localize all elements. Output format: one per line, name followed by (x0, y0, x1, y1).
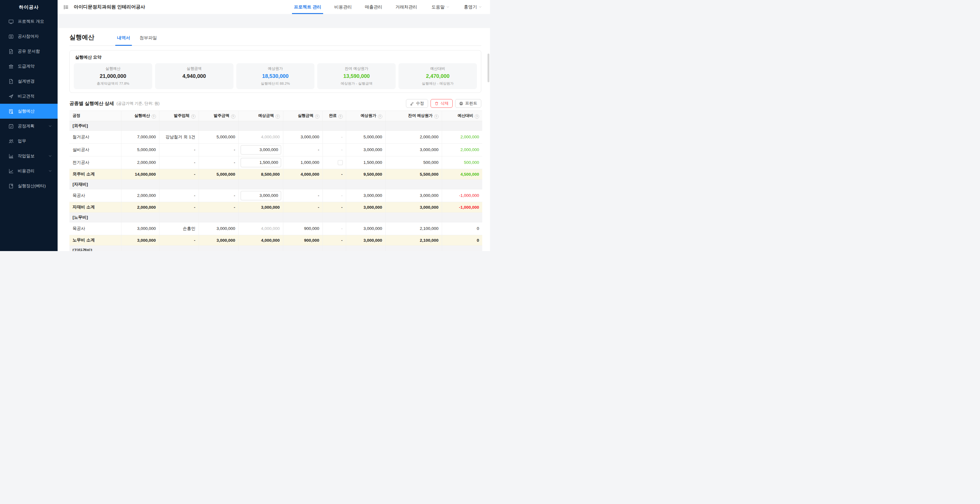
section-cell (385, 246, 442, 251)
section-cell (385, 121, 442, 131)
monitor-icon (8, 19, 14, 24)
summary-card-value: 4,940,000 (157, 73, 232, 80)
section-cell (346, 179, 385, 189)
sidebar-item-bar-chart[interactable]: 작업일보 (0, 148, 57, 164)
budget-table-head-row: 공정실행예산?발주업체?발주금액?예상금액?실행금액?완료?예상원가?잔여 예상… (69, 111, 482, 121)
tab[interactable]: 내역서 (112, 34, 135, 45)
cell: - (283, 189, 323, 202)
summary-card-sub: 실행예산의 88.2% (238, 81, 313, 86)
sidebar-item-budget-doc[interactable]: 실행예산 (0, 104, 57, 119)
section-cell (323, 121, 346, 131)
cell: 손흥민 (159, 222, 199, 235)
section-cell (239, 179, 283, 189)
top-nav-item[interactable]: 프로젝트 관리 (294, 0, 321, 14)
process-name: 노무비 소계 (69, 235, 121, 246)
help-menu[interactable]: 도움말 (431, 4, 450, 10)
user-name: 홍영기 (464, 4, 477, 10)
ledger-book-icon (8, 183, 14, 189)
complete-checkbox[interactable] (338, 160, 343, 165)
cell: 2,000,000 (121, 202, 159, 212)
cell: 4,000,000 (239, 131, 283, 143)
section-cell (442, 246, 482, 251)
sidebar-item-schedule-calendar[interactable]: 공정계획 (0, 119, 57, 134)
top-nav-item[interactable]: 거래처관리 (395, 0, 417, 14)
help-icon[interactable]: ? (152, 114, 156, 119)
cell: 5,000,000 (199, 169, 239, 179)
cell: - (159, 143, 199, 156)
user-menu[interactable]: 홍영기 (464, 4, 482, 10)
summary-card: 잔여 예상원가13,590,000예상원가 - 실행금액 (317, 63, 396, 89)
cell: 3,000,000 (283, 131, 323, 143)
column-label: 잔여 예상원가 (408, 113, 433, 118)
cell: 3,000,000 (121, 235, 159, 246)
summary-card-value: 21,000,000 (76, 73, 150, 80)
sidebar-item-label: 업무 (18, 138, 26, 144)
sidebar-menu: 프로젝트 개요공사참여자공유 문서함도급계약설계변경비교견적실행예산공정계획업무… (0, 14, 57, 193)
summary-card-label: 실행금액 (157, 66, 232, 71)
sidebar-item-id-badge[interactable]: 공사참여자 (0, 29, 57, 44)
line-chart-icon (8, 169, 14, 174)
expected-amount-input[interactable] (241, 191, 281, 200)
sidebar-item-monitor[interactable]: 프로젝트 개요 (0, 14, 57, 29)
summary-card: 예산대비2,470,000실행예산 - 예상원가 (398, 63, 477, 89)
cell: 3,000,000 (346, 222, 385, 235)
scrollbar-thumb[interactable] (487, 54, 489, 82)
help-icon[interactable]: ? (231, 114, 235, 119)
chevron-down-icon (48, 169, 52, 173)
cell: 7,000,000 (121, 131, 159, 143)
process-name: 자재비 소계 (69, 202, 121, 212)
menu-fold-icon[interactable] (63, 4, 69, 10)
id-badge-icon (8, 34, 14, 39)
print-button-label: 프린트 (465, 100, 477, 106)
section-cell (121, 246, 159, 251)
column-header: 예상원가? (346, 111, 385, 121)
tab[interactable]: 첨부파일 (135, 34, 162, 45)
process-name: 철거공사 (69, 131, 121, 143)
sidebar-item-label: 공유 문서함 (18, 49, 40, 54)
help-icon[interactable]: ? (475, 114, 479, 119)
section-cell (442, 212, 482, 222)
expected-amount-input[interactable] (241, 145, 281, 155)
cell: - (323, 169, 346, 179)
sidebar-item-send[interactable]: 비교견적 (0, 89, 57, 104)
budget-table-body: [외주비]철거공사7,000,000강남철거 외 1건5,000,0004,00… (69, 121, 482, 251)
section-cell (199, 121, 239, 131)
help-icon[interactable]: ? (191, 114, 196, 119)
title-row: 실행예산 내역서첨부파일 (69, 33, 481, 46)
column-label: 공정 (73, 113, 80, 118)
summary-card: 실행금액4,940,000 (155, 63, 234, 89)
shared-doc-icon (8, 49, 14, 54)
sidebar-item-file-change[interactable]: 설계변경 (0, 74, 57, 89)
help-icon[interactable]: ? (338, 114, 343, 119)
section-label: [노무비] (69, 212, 121, 222)
print-button[interactable]: 프린트 (455, 99, 481, 108)
topbar: 아이디문정치과의원 인테리어공사 프로젝트 관리비용관리매출관리거래처관리 도움… (57, 0, 490, 14)
process-name: 외주비 소계 (69, 169, 121, 179)
expected-amount-input[interactable] (241, 158, 281, 167)
edit-button[interactable]: 수정 (406, 99, 428, 108)
help-icon[interactable]: ? (378, 114, 382, 119)
sidebar-item-label: 실행예산 (18, 108, 35, 114)
section-cell (159, 179, 199, 189)
cell: - (323, 235, 346, 246)
detail-title: 공종별 실행예산 상세 (69, 100, 114, 107)
sidebar-item-bank[interactable]: 도급계약 (0, 59, 57, 74)
sidebar-item-label: 비교견적 (18, 93, 35, 99)
sidebar-item-ledger-book[interactable]: 실행정산(베타) (0, 179, 57, 193)
project-title: 아이디문정치과의원 인테리어공사 (74, 4, 145, 10)
help-icon[interactable]: ? (434, 114, 439, 119)
cell: 2,000,000 (442, 143, 482, 156)
edit-button-label: 수정 (416, 100, 424, 106)
help-icon[interactable]: ? (315, 114, 320, 119)
help-icon[interactable]: ? (275, 114, 280, 119)
cell: -1,000,000 (442, 202, 482, 212)
sidebar-item-line-chart[interactable]: 비용관리 (0, 164, 57, 179)
column-label: 실행예산 (135, 113, 150, 118)
summary-cards: 실행예산21,000,000총계약금액의 77.8%실행금액4,940,000예… (74, 63, 477, 89)
process-name: 목공사 (69, 189, 121, 202)
top-nav-item[interactable]: 비용관리 (334, 0, 352, 14)
sidebar-item-tasks-people[interactable]: 업무 (0, 134, 57, 148)
delete-button[interactable]: 삭제 (431, 99, 453, 108)
sidebar-item-shared-doc[interactable]: 공유 문서함 (0, 44, 57, 59)
top-nav-item[interactable]: 매출관리 (365, 0, 382, 14)
